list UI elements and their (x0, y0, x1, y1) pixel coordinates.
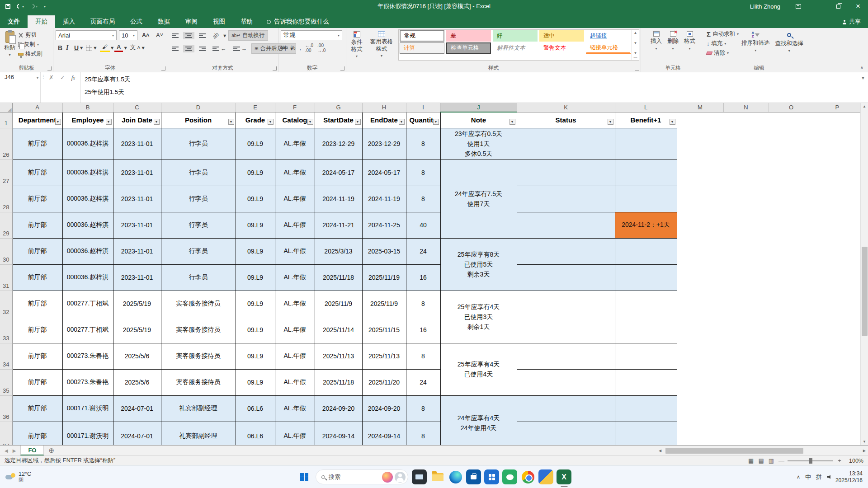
conditional-formatting-button[interactable]: 条件格式▾ (348, 29, 366, 61)
cancel-formula-button[interactable]: ✗ (49, 74, 54, 81)
status-cell[interactable] (517, 128, 615, 160)
benefit-cell[interactable] (615, 186, 677, 212)
font-size-select[interactable]: 10▾ (119, 30, 137, 40)
ime-language-indicator[interactable]: 中 (805, 473, 811, 481)
table-cell[interactable]: 16 (406, 317, 440, 343)
table-cell[interactable]: AL.年假 (275, 128, 315, 160)
table-cell[interactable]: 2023-11-01 (113, 160, 161, 186)
table-cell[interactable]: AL.年假 (275, 238, 315, 264)
table-cell[interactable]: 09.L9 (236, 128, 275, 160)
status-cell[interactable] (517, 264, 615, 291)
table-cell[interactable]: 前厅部 (12, 422, 62, 445)
empty-cell[interactable] (723, 264, 769, 291)
column-title-cell[interactable]: Quantity▼ (406, 112, 440, 128)
column-title-cell[interactable]: Join Date▼ (113, 112, 161, 128)
table-cell[interactable]: AL.年假 (275, 422, 315, 445)
empty-cell[interactable] (677, 212, 723, 238)
table-cell[interactable]: 行李员 (161, 128, 236, 160)
table-cell[interactable]: 000036.赵梓淇 (62, 264, 113, 291)
cell-style-5[interactable]: 超链接 (586, 30, 631, 42)
empty-cell[interactable] (677, 112, 723, 128)
empty-cell[interactable] (723, 395, 769, 422)
clock[interactable]: 13:34 2025/12/16 (835, 470, 863, 483)
comma-style-button[interactable]: , (299, 45, 301, 51)
gallery-more-button[interactable]: ▼— (634, 51, 637, 59)
cell-style-9[interactable]: 警告文本 (539, 42, 584, 54)
font-family-select[interactable]: Arial▾ (56, 30, 117, 40)
fill-color-button[interactable]: 🖌 (100, 43, 110, 52)
status-cell[interactable] (517, 160, 615, 186)
column-title-cell[interactable]: Note▼ (440, 112, 517, 128)
filter-button[interactable]: ▼ (433, 119, 439, 125)
column-header-F[interactable]: F (275, 103, 315, 112)
table-cell[interactable]: 09.L9 (236, 186, 275, 212)
tab-帮助[interactable]: 帮助 (233, 15, 260, 28)
accounting-format-button[interactable]: ¥▾ (281, 45, 287, 51)
table-cell[interactable]: 宾客服务接待员 (161, 291, 236, 317)
empty-cell[interactable] (723, 128, 769, 160)
bold-button[interactable]: B (56, 43, 63, 52)
column-header-J[interactable]: J (440, 103, 517, 112)
empty-cell[interactable] (769, 212, 814, 238)
prev-sheet-arrow[interactable]: ◀ (5, 448, 8, 453)
column-header-D[interactable]: D (161, 103, 236, 112)
table-cell[interactable]: 2023-11-01 (113, 186, 161, 212)
note-cell[interactable]: 23年应享有0.5天 使用1天 多休0.5天 (440, 128, 517, 160)
table-cell[interactable]: 2024-11-21 (315, 212, 362, 238)
table-cell[interactable]: 2025/11/18 (315, 264, 362, 291)
empty-cell[interactable] (723, 343, 769, 369)
table-cell[interactable]: 宾客服务接待员 (161, 369, 236, 395)
benefit-cell[interactable]: 2024-11-2：+1天 (615, 212, 677, 238)
search-avatar-icon[interactable] (395, 472, 406, 483)
table-cell[interactable]: AL.年假 (275, 343, 315, 369)
table-cell[interactable]: 2025/11/13 (315, 343, 362, 369)
table-cell[interactable]: 2023-12-29 (362, 128, 406, 160)
gallery-up-button[interactable]: ▲ (634, 31, 637, 35)
table-cell[interactable]: 2025-03-15 (362, 238, 406, 264)
table-cell[interactable]: 2024-05-17 (315, 160, 362, 186)
column-header-A[interactable]: A (12, 103, 62, 112)
cell-style-10[interactable]: 链接单元格 (586, 42, 631, 54)
table-cell[interactable]: 09.L9 (236, 343, 275, 369)
search-highlight-icon[interactable] (382, 472, 393, 483)
table-cell[interactable]: 2025/3/13 (315, 238, 362, 264)
table-cell[interactable]: AL.年假 (275, 291, 315, 317)
empty-cell[interactable] (814, 422, 860, 445)
page-layout-view-button[interactable]: ▤ (758, 457, 764, 464)
table-cell[interactable]: AL.年假 (275, 369, 315, 395)
empty-cell[interactable] (677, 128, 723, 160)
tab-页面布局[interactable]: 页面布局 (83, 15, 123, 28)
empty-cell[interactable] (814, 238, 860, 264)
cell-style-1[interactable]: 常规 (400, 30, 444, 42)
share-button[interactable]: 共享 (843, 18, 861, 26)
taskbar-app-blue-app-icon[interactable] (484, 469, 499, 484)
number-format-select[interactable]: 常规▾ (281, 30, 342, 40)
table-cell[interactable]: 09.L9 (236, 264, 275, 291)
empty-cell[interactable] (723, 160, 769, 186)
cut-button[interactable]: 剪切 (18, 31, 42, 39)
table-cell[interactable]: 16 (406, 264, 440, 291)
table-cell[interactable]: AL.年假 (275, 395, 315, 422)
taskbar-app-excel-icon[interactable]: X (557, 469, 571, 484)
customize-qat-button[interactable]: ▾ (44, 5, 46, 9)
tab-插入[interactable]: 插入 (55, 15, 83, 28)
name-box[interactable]: J46▾ (0, 72, 41, 103)
table-cell[interactable]: 40 (406, 212, 440, 238)
empty-cell[interactable] (769, 395, 814, 422)
start-button[interactable] (297, 469, 312, 485)
table-cell[interactable]: 09.L9 (236, 317, 275, 343)
sheet-tab-fo[interactable]: FO (20, 446, 44, 455)
collapse-ribbon-button[interactable]: ∧ (860, 65, 863, 70)
filter-button[interactable]: ▼ (509, 119, 515, 125)
note-cell[interactable]: 25年应享有4天 已使用3天 剩余1天 (440, 291, 517, 343)
number-dialog-launcher[interactable] (340, 66, 344, 70)
cell-style-4[interactable]: 适中 (539, 30, 584, 42)
table-cell[interactable]: 8 (406, 395, 440, 422)
zoom-slider-thumb[interactable] (809, 458, 812, 464)
table-cell[interactable]: 前厅部 (12, 395, 62, 422)
column-header-I[interactable]: I (406, 103, 440, 112)
sort-filter-button[interactable]: AZ 排序和筛选▾ (739, 29, 773, 57)
column-title-cell[interactable]: Department▼ (12, 112, 62, 128)
table-cell[interactable]: 前厅部 (12, 291, 62, 317)
table-cell[interactable]: 09.L9 (236, 291, 275, 317)
